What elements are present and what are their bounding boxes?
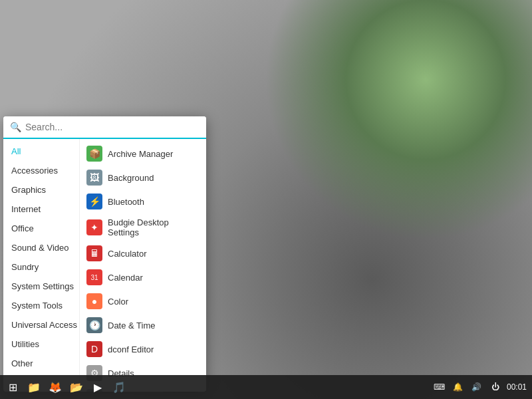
search-icon: 🔍 (10, 122, 21, 132)
app-label-date-time: Date & Time (108, 321, 156, 331)
app-label-background: Background (108, 173, 154, 183)
app-label-color: Color (108, 297, 128, 307)
app-item-budgie-desktop-settings[interactable]: ✦Budgie Desktop Settings (80, 213, 206, 241)
category-item-all[interactable]: All (3, 142, 79, 161)
app-item-archive-manager[interactable]: 📦Archive Manager (80, 142, 206, 166)
browser-button[interactable]: 🦊 (45, 377, 65, 397)
app-icon-archive-manager: 📦 (86, 146, 102, 162)
app-label-budgie-desktop-settings: Budgie Desktop Settings (108, 217, 200, 237)
app-icon-calendar: 31 (86, 269, 102, 285)
files-button[interactable]: 📁 (24, 377, 44, 397)
app-icon-budgie-desktop-settings: ✦ (86, 219, 102, 235)
app-item-date-time[interactable]: 🕐Date & Time (80, 313, 206, 337)
desktop: 🔍 AllAccessoriesGraphicsInternetOfficeSo… (0, 0, 532, 399)
taskbar: ⊞📁🦊📂▶🎵 ⌨ 🔔 🔊 ⏻ 00:01 (0, 375, 532, 399)
search-bar: 🔍 (3, 116, 206, 139)
app-item-calendar[interactable]: 31Calendar (80, 265, 206, 289)
category-item-utilities[interactable]: Utilities (3, 334, 79, 354)
categories-list: AllAccessoriesGraphicsInternetOfficeSoun… (3, 139, 80, 392)
app-menu: 🔍 AllAccessoriesGraphicsInternetOfficeSo… (3, 116, 206, 392)
app-label-calendar: Calendar (108, 273, 143, 283)
category-item-office[interactable]: Office (3, 219, 79, 238)
category-item-system-tools[interactable]: System Tools (3, 296, 79, 315)
app-label-dconf-editor: dconf Editor (108, 344, 154, 354)
keyboard-tray-icon[interactable]: ⌨ (432, 380, 447, 394)
category-item-internet[interactable]: Internet (3, 200, 79, 219)
app-item-background[interactable]: 🖼Background (80, 166, 206, 190)
taskbar-tray: ⌨ 🔔 🔊 ⏻ 00:01 (432, 380, 532, 394)
app-item-dconf-editor[interactable]: Ddconf Editor (80, 337, 206, 361)
category-item-accessories[interactable]: Accessories (3, 161, 79, 180)
clock: 00:01 (507, 382, 527, 392)
category-item-universal-access[interactable]: Universal Access (3, 315, 79, 334)
video-button[interactable]: ▶ (88, 377, 108, 397)
app-label-calculator: Calculator (108, 249, 147, 259)
notification-tray-icon[interactable]: 🔔 (451, 380, 466, 394)
power-tray-icon[interactable]: ⏻ (488, 380, 503, 394)
volume-tray-icon[interactable]: 🔊 (469, 380, 484, 394)
app-item-color[interactable]: ●Color (80, 289, 206, 313)
app-icon-date-time: 🕐 (86, 317, 102, 333)
taskbar-apps: ⊞📁🦊📂▶🎵 (0, 377, 129, 397)
app-icon-dconf-editor: D (86, 341, 102, 357)
app-item-bluetooth[interactable]: ⚡Bluetooth (80, 190, 206, 213)
category-item-graphics[interactable]: Graphics (3, 180, 79, 200)
category-item-other[interactable]: Other (3, 354, 79, 373)
category-item-sundry[interactable]: Sundry (3, 257, 79, 277)
app-icon-calculator: 🖩 (86, 245, 102, 261)
app-icon-background: 🖼 (86, 170, 102, 186)
app-icon-color: ● (86, 293, 102, 309)
category-item-system-settings[interactable]: System Settings (3, 277, 79, 296)
search-input[interactable] (25, 122, 200, 132)
menu-button[interactable]: ⊞ (3, 377, 23, 397)
app-label-bluetooth: Bluetooth (108, 197, 144, 207)
app-icon-bluetooth: ⚡ (86, 194, 102, 209)
menu-body: AllAccessoriesGraphicsInternetOfficeSoun… (3, 139, 206, 392)
apps-list: 📦Archive Manager🖼Background⚡Bluetooth✦Bu… (80, 139, 206, 392)
folder-button[interactable]: 📂 (66, 377, 86, 397)
app-item-calculator[interactable]: 🖩Calculator (80, 241, 206, 265)
category-item-sound-video[interactable]: Sound & Video (3, 238, 79, 257)
music-button[interactable]: 🎵 (109, 377, 129, 397)
app-label-archive-manager: Archive Manager (108, 149, 173, 159)
